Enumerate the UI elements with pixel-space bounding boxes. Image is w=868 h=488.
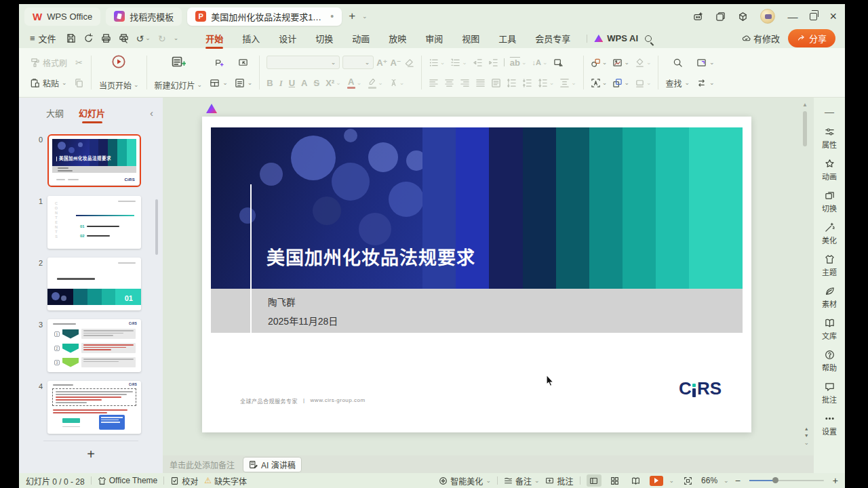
- tab-wps-home[interactable]: W WPS Office: [24, 7, 100, 26]
- notes-placeholder[interactable]: 单击此处添加备注: [170, 459, 235, 470]
- align-left-icon[interactable]: [429, 78, 439, 88]
- change-case-button[interactable]: ab⌄: [510, 58, 527, 67]
- restore-button[interactable]: [810, 13, 817, 20]
- image-button[interactable]: ⌄: [612, 58, 629, 68]
- user-avatar[interactable]: [760, 9, 775, 24]
- slide-thumbnail-1[interactable]: CONTENTS 01 02: [47, 196, 141, 249]
- decrease-font-button[interactable]: A⁻: [390, 58, 401, 67]
- tab-insert[interactable]: 插入: [233, 29, 269, 47]
- scroll-up-icon[interactable]: ▲: [802, 102, 808, 108]
- slide-thumbnail-4[interactable]: CiRS: [47, 381, 141, 434]
- tab-review[interactable]: 审阅: [416, 29, 452, 47]
- sidebar-item-properties[interactable]: 属性: [822, 127, 837, 150]
- output-icon[interactable]: [83, 33, 94, 43]
- cut-button[interactable]: ✂: [72, 54, 86, 71]
- slide-from-outline-button[interactable]: [208, 54, 230, 71]
- sidebar-item-beautify[interactable]: 美化: [822, 222, 837, 245]
- sidebar-item-comments[interactable]: 批注: [822, 382, 837, 405]
- undo-button[interactable]: ↺⌄: [136, 33, 151, 44]
- next-slide-chevron-icon[interactable]: ⌄: [804, 440, 809, 446]
- sidebar-item-animation[interactable]: 动画: [822, 159, 837, 182]
- increase-font-button[interactable]: A⁺: [376, 58, 387, 67]
- apps-cube-icon[interactable]: [738, 12, 748, 22]
- next-slide-button[interactable]: ▼: [804, 433, 809, 438]
- play-options-chevron-icon[interactable]: ⌄: [669, 478, 675, 484]
- tab-design[interactable]: 设计: [269, 29, 306, 47]
- slide-layout-button[interactable]: ⌄: [208, 74, 230, 92]
- tab-outline[interactable]: 大纲: [46, 106, 64, 119]
- shapes-button[interactable]: ⌄: [591, 58, 608, 68]
- sidebar-item-library[interactable]: 文库: [822, 318, 837, 341]
- font-size-select[interactable]: ⌄: [342, 56, 374, 69]
- distribute-icon[interactable]: [491, 78, 501, 88]
- tab-transition[interactable]: 切换: [306, 29, 342, 47]
- slide-title[interactable]: 美国加州化妆品法规要求: [267, 243, 475, 270]
- search-icon[interactable]: [645, 35, 652, 42]
- numbering-button[interactable]: ⌄: [450, 58, 467, 68]
- paste-button[interactable]: 粘贴 ⌄: [28, 74, 69, 92]
- canvas-scrollbar-thumb[interactable]: [803, 111, 807, 146]
- section-button[interactable]: ⌄: [233, 74, 255, 92]
- find-button[interactable]: 查找 ⌄: [663, 74, 692, 92]
- wps-ai-button[interactable]: WPS AI: [594, 33, 638, 43]
- italic-button[interactable]: I: [279, 79, 283, 87]
- arrange-button[interactable]: ⌄: [612, 78, 629, 88]
- tab-current-document[interactable]: P 美国加州化妆品法规要求1128.pp •: [187, 7, 342, 26]
- slide-panel-scrollbar[interactable]: [155, 199, 158, 255]
- panel-collapse-chevron-icon[interactable]: ‹: [150, 107, 153, 119]
- tab-slideshow[interactable]: 放映: [379, 29, 416, 47]
- more-commands-chevron-icon[interactable]: ⌄: [174, 35, 179, 41]
- bold-button[interactable]: B: [267, 79, 273, 87]
- align-center-icon[interactable]: [444, 78, 454, 88]
- text-box-button[interactable]: ⌄: [591, 78, 608, 88]
- file-menu-button[interactable]: ≡ 文件: [30, 32, 56, 45]
- print-preview-icon[interactable]: [119, 33, 129, 43]
- tab-view[interactable]: 视图: [452, 29, 489, 47]
- decrease-indent-icon[interactable]: [473, 58, 483, 68]
- tab-docer-templates[interactable]: 找稻壳模板: [106, 7, 182, 26]
- reading-view-button[interactable]: [629, 474, 644, 487]
- underline-button[interactable]: U: [289, 79, 295, 87]
- new-window-button[interactable]: ⌄: [694, 54, 717, 71]
- print-icon[interactable]: [101, 33, 111, 43]
- sidebar-item-assets[interactable]: 素材: [822, 286, 837, 309]
- superscript-button[interactable]: X²⌄: [326, 79, 341, 87]
- tab-animation[interactable]: 动画: [342, 29, 379, 47]
- zoom-chevron-icon[interactable]: ⌄: [724, 478, 729, 484]
- theme-button[interactable]: Office Theme: [98, 476, 158, 485]
- paragraph-layout-button[interactable]: ⌄: [559, 78, 576, 88]
- sidebar-item-settings[interactable]: 设置: [822, 413, 837, 436]
- add-slide-button[interactable]: +: [43, 441, 138, 462]
- sidebar-collapse-button[interactable]: —: [825, 107, 834, 117]
- replace-button[interactable]: ⌄: [694, 74, 717, 92]
- new-slide-button[interactable]: 新建幻灯片⌄: [152, 52, 205, 94]
- clear-format-icon[interactable]: [404, 58, 414, 68]
- strikethrough-button[interactable]: S: [313, 79, 319, 87]
- text-direction-button[interactable]: ↓A⌄: [532, 59, 548, 66]
- slide-sorter-view-button[interactable]: [608, 474, 623, 487]
- font-name-select[interactable]: ⌄: [267, 56, 340, 69]
- normal-view-button[interactable]: [587, 474, 601, 487]
- slide-thumbnail-3[interactable]: CiRS 1 2 3: [47, 319, 141, 372]
- sync-status[interactable]: 有修改: [742, 32, 780, 45]
- highlight-button[interactable]: ⌄: [368, 77, 383, 89]
- zoom-out-button[interactable]: −: [735, 475, 741, 486]
- outline-color-button[interactable]: ⌄: [635, 78, 652, 88]
- font-color-button[interactable]: A⌄: [347, 77, 362, 89]
- close-button[interactable]: ×: [829, 10, 837, 22]
- align-right-icon[interactable]: [460, 78, 470, 88]
- slide-thumbnail-0[interactable]: 美国加州化妆品法规要求 CiRS: [50, 136, 139, 185]
- zoom-value[interactable]: 66%: [701, 476, 717, 485]
- fill-color-button[interactable]: ⌄: [635, 58, 652, 68]
- tab-membership[interactable]: 会员专享: [526, 29, 580, 47]
- minimize-button[interactable]: —: [787, 12, 797, 22]
- tab-home[interactable]: 开始: [196, 29, 233, 47]
- redo-button[interactable]: ↻: [158, 33, 166, 44]
- bullets-button[interactable]: ⌄: [429, 58, 446, 68]
- line-spacing-button[interactable]: ⌄: [538, 78, 555, 88]
- slide-author[interactable]: 陶飞群: [259, 295, 296, 308]
- character-tool-button[interactable]: A: [301, 79, 307, 87]
- sidebar-item-help[interactable]: 帮助: [822, 350, 837, 373]
- assistant-icon[interactable]: [693, 12, 703, 22]
- subtitle-band[interactable]: 陶飞群 2025年11月28日: [211, 289, 743, 333]
